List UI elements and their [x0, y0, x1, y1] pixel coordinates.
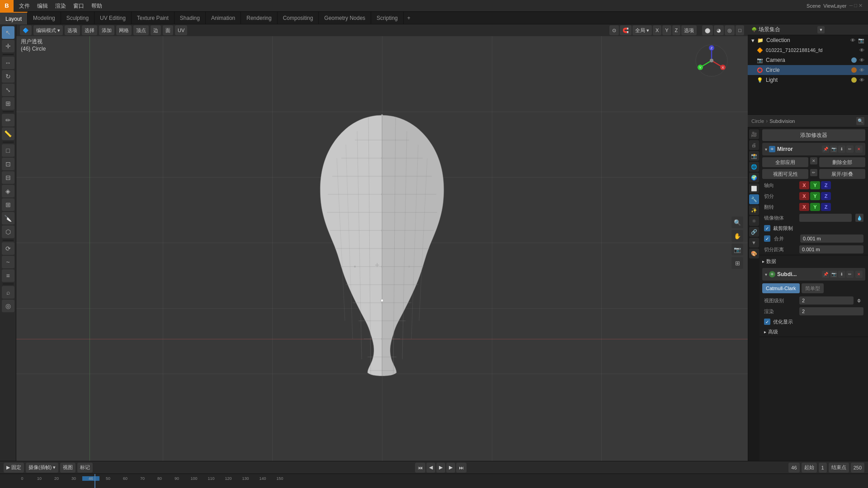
inset-btn[interactable]: ⊟: [2, 171, 14, 184]
object-props-btn[interactable]: ⬜: [749, 183, 759, 193]
tab-uv-editing[interactable]: UV Editing: [94, 12, 132, 24]
collection-visibility[interactable]: 👁: [850, 38, 855, 43]
view-options-btn[interactable]: 选项: [681, 25, 697, 35]
subdiv-visibility-icon[interactable]: 👁: [769, 271, 775, 277]
mesh-obj-eye[interactable]: 👁: [859, 47, 864, 53]
mirror-pin-icon[interactable]: 📌: [822, 145, 829, 153]
apply-all-btn[interactable]: 全部应用: [762, 157, 808, 167]
move-tool-btn[interactable]: ↔: [2, 56, 14, 69]
collection-render[interactable]: 📷: [858, 38, 864, 43]
subdiv-delete-icon[interactable]: ✕: [855, 271, 863, 278]
modifier-props-btn[interactable]: 🔧: [749, 194, 759, 204]
grid-btn[interactable]: ⊞: [731, 257, 743, 269]
view-vis-icon[interactable]: ✏: [810, 169, 817, 176]
play-btn[interactable]: ▶: [436, 463, 445, 473]
subdiv-pin-icon[interactable]: 📌: [822, 271, 829, 278]
apply-del-icon[interactable]: ✕: [810, 157, 817, 164]
window-controls[interactable]: ─ □ ✕: [849, 3, 863, 9]
particles-props-btn[interactable]: ✨: [749, 205, 759, 215]
loop-cut-btn[interactable]: ⊞: [2, 198, 14, 211]
bisect-y-btn[interactable]: Y: [810, 192, 820, 200]
outliner-filter-btn[interactable]: ▼: [817, 26, 825, 33]
end-frame-value[interactable]: 250: [851, 463, 864, 473]
add-workspace-tab[interactable]: +: [404, 12, 414, 24]
zoom-in-btn[interactable]: 🔍: [731, 216, 743, 228]
frame-indicator[interactable]: ▶ 固定: [4, 463, 24, 473]
tab-geometry-nodes[interactable]: Geometry Nodes: [319, 12, 371, 24]
jump-start-btn[interactable]: ⏮: [415, 463, 425, 473]
show-hide-btn[interactable]: 展开/折叠: [819, 169, 865, 179]
mirror-obj-value[interactable]: [799, 214, 852, 222]
next-keyframe-btn[interactable]: ▶: [446, 463, 455, 473]
pan-btn[interactable]: ✋: [731, 230, 743, 242]
subdiv-render-value[interactable]: 2: [799, 307, 863, 315]
subdiv-expand-icon[interactable]: ▾: [765, 272, 767, 277]
material-props-btn[interactable]: 🎨: [749, 249, 759, 258]
xyz-z-btn[interactable]: Z: [672, 25, 681, 35]
prev-keyframe-btn[interactable]: ◀: [426, 463, 435, 473]
clipping-checkbox[interactable]: ✓: [764, 225, 770, 231]
outliner-search[interactable]: [828, 26, 864, 33]
outliner-row-collection[interactable]: ▾ 📁 Collection 👁 📷: [748, 35, 868, 45]
simple-btn[interactable]: 简单型: [802, 283, 824, 293]
editor-type-btn[interactable]: 🔷: [20, 25, 32, 35]
flip-z-btn[interactable]: Z: [821, 203, 831, 211]
bisect-z-btn[interactable]: Z: [821, 192, 831, 200]
outliner-row-light[interactable]: 💡 Light 👁: [748, 75, 868, 85]
add-btn[interactable]: 添加: [99, 25, 114, 35]
poly-build-btn[interactable]: ⬡: [2, 225, 14, 238]
tab-shading[interactable]: Shading: [175, 12, 206, 24]
render-props-btn[interactable]: 🎥: [749, 129, 759, 139]
select-tool-btn[interactable]: ↖: [2, 26, 14, 39]
flip-x-btn[interactable]: X: [799, 203, 809, 211]
physics-props-btn[interactable]: ⚛: [749, 216, 759, 226]
output-props-btn[interactable]: 🖨: [749, 140, 759, 150]
flip-y-btn[interactable]: Y: [810, 203, 820, 211]
viewport-gizmo[interactable]: Z X Y: [693, 42, 730, 79]
constraints-props-btn[interactable]: 🔗: [749, 227, 759, 237]
view-visibility-btn[interactable]: 视图可见性: [762, 169, 808, 179]
subdiv-levels-value[interactable]: 2: [799, 296, 854, 305]
vertex-btn[interactable]: 顶点: [133, 25, 149, 35]
world-props-btn[interactable]: 🌍: [749, 173, 759, 183]
menu-render[interactable]: 渲染: [52, 0, 70, 12]
scene-props-btn[interactable]: 🌐: [749, 162, 759, 172]
xyz-x-btn[interactable]: X: [653, 25, 661, 35]
camera-mode-btn[interactable]: 摄像(插帧) ▾: [26, 463, 58, 473]
outliner-row-circle[interactable]: ⭕ Circle 👁: [748, 65, 868, 75]
spin-btn[interactable]: ⟳: [2, 242, 14, 255]
axis-x-btn[interactable]: X: [799, 181, 809, 189]
delete-all-btn[interactable]: 删除全部: [819, 157, 865, 167]
subdiv-edit-icon[interactable]: ✏: [846, 271, 854, 278]
global-btn[interactable]: 全局 ▾: [632, 25, 652, 35]
to-sphere-btn[interactable]: ◎: [2, 300, 14, 312]
light-eye[interactable]: 👁: [859, 77, 864, 83]
subdiv-render-icon[interactable]: ⬇: [838, 271, 845, 278]
rendered-shading-btn[interactable]: ◎: [725, 25, 735, 35]
camera-btn[interactable]: 📷: [731, 244, 743, 255]
mirror-edit-icon[interactable]: ✏: [846, 145, 854, 153]
axis-z-btn[interactable]: Z: [821, 181, 831, 189]
catmull-clark-btn[interactable]: Catmull-Clark: [762, 283, 800, 293]
measure-tool-btn[interactable]: 📏: [2, 127, 14, 140]
material-shading-btn[interactable]: ◕: [714, 25, 724, 35]
tab-layout[interactable]: Layout: [0, 12, 28, 24]
tab-compositing[interactable]: Compositing: [278, 12, 319, 24]
camera-eye[interactable]: 👁: [859, 57, 864, 63]
annotate-tool-btn[interactable]: ✏: [2, 114, 14, 127]
tab-scripting[interactable]: Scripting: [371, 12, 404, 24]
mirror-obj-pick-btn[interactable]: 💧: [855, 214, 863, 222]
optimize-checkbox[interactable]: ✓: [764, 319, 770, 325]
bisect-x-btn[interactable]: X: [799, 192, 809, 200]
circle-eye[interactable]: 👁: [859, 67, 864, 73]
tab-rendering[interactable]: Rendering: [241, 12, 277, 24]
merge-checkbox[interactable]: ✓: [764, 235, 770, 242]
outliner-row-camera[interactable]: 📷 Camera 👁: [748, 55, 868, 65]
xyz-y-btn[interactable]: Y: [662, 25, 671, 35]
menu-help[interactable]: 帮助: [88, 0, 106, 12]
extrude-btn[interactable]: ⊡: [2, 158, 14, 170]
transform-tool-btn[interactable]: ⊞: [2, 97, 14, 110]
jump-end-btn[interactable]: ⏭: [456, 463, 467, 473]
menu-edit[interactable]: 编辑: [33, 0, 52, 12]
subdiv-levels-stepper[interactable]: [857, 296, 863, 305]
